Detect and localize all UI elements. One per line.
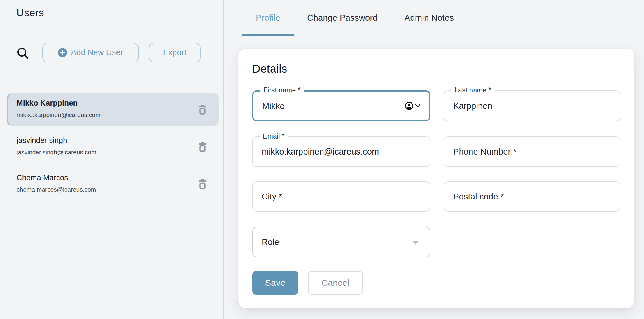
active-tab-indicator (242, 34, 294, 36)
first-name-label: First name * (260, 86, 304, 94)
cancel-button[interactable]: Cancel (308, 271, 363, 295)
first-name-field[interactable]: First name * Mikko (252, 90, 430, 121)
divider (0, 26, 223, 26)
sidebar-title: Users (17, 7, 44, 19)
plus-circle-icon (58, 48, 67, 57)
first-name-value: Mikko (262, 101, 285, 111)
delete-user-button[interactable] (197, 178, 208, 191)
profile-details-card: Details First name * Mikko (238, 49, 634, 308)
search-icon (16, 57, 30, 62)
details-section-title: Details (252, 63, 287, 75)
postal-code-field (444, 181, 620, 212)
city-input[interactable] (253, 182, 430, 211)
user-name: Mikko Karppinen (17, 99, 78, 108)
tab-change-password[interactable]: Change Password (294, 0, 391, 36)
export-button[interactable]: Export (149, 43, 201, 62)
tab-label: Admin Notes (405, 13, 454, 23)
phone-field (444, 136, 620, 167)
user-email: jasvinder.singh@icareus.com (17, 149, 96, 156)
text-caret (286, 100, 286, 111)
trash-icon (198, 149, 207, 153)
user-name: Chema Marcos (17, 173, 68, 182)
user-list: Mikko Karppinen mikko.karppinen@icareus.… (7, 93, 219, 205)
delete-user-button[interactable] (197, 103, 208, 116)
divider (0, 78, 223, 78)
postal-code-input[interactable] (444, 182, 620, 211)
user-list-item[interactable]: Mikko Karppinen mikko.karppinen@icareus.… (7, 93, 219, 126)
add-new-user-button[interactable]: Add New User (42, 43, 139, 62)
tab-profile[interactable]: Profile (242, 0, 294, 36)
export-label: Export (163, 48, 186, 57)
search-button[interactable] (16, 46, 30, 61)
tab-label: Profile (256, 13, 280, 23)
city-field (252, 181, 430, 212)
tab-bar: Profile Change Password Admin Notes (242, 0, 467, 36)
trash-icon (198, 112, 207, 116)
profile-autofill-icon (405, 101, 414, 110)
user-admin-page: Users Add New User Export (0, 0, 644, 319)
email-field: Email * (252, 136, 430, 167)
user-list-item[interactable]: jasvinder singh jasvinder.singh@icareus.… (7, 131, 219, 163)
dropdown-arrow-icon (412, 241, 419, 245)
last-name-field: Last name * (444, 90, 620, 121)
tab-admin-notes[interactable]: Admin Notes (391, 0, 467, 36)
tab-label: Change Password (307, 13, 377, 23)
delete-user-button[interactable] (197, 140, 208, 154)
sidebar: Users Add New User Export (0, 0, 224, 319)
email-input[interactable] (253, 137, 430, 166)
autofill-controls[interactable] (405, 101, 420, 110)
user-name: jasvinder singh (17, 136, 67, 145)
trash-icon (198, 186, 207, 191)
form-actions: Save Cancel (252, 271, 363, 295)
last-name-input[interactable] (444, 91, 620, 121)
save-button[interactable]: Save (252, 271, 298, 295)
user-email: mikko.karppinen@icareus.com (17, 111, 100, 118)
user-list-item[interactable]: Chema Marcos chema.marcos@icareus.com (7, 168, 219, 201)
role-placeholder: Role (262, 237, 279, 247)
role-select[interactable]: Role (252, 227, 430, 257)
chevron-down-icon (415, 104, 420, 108)
user-email: chema.marcos@icareus.com (17, 186, 96, 193)
phone-input[interactable] (444, 137, 620, 166)
add-new-user-label: Add New User (71, 48, 123, 57)
